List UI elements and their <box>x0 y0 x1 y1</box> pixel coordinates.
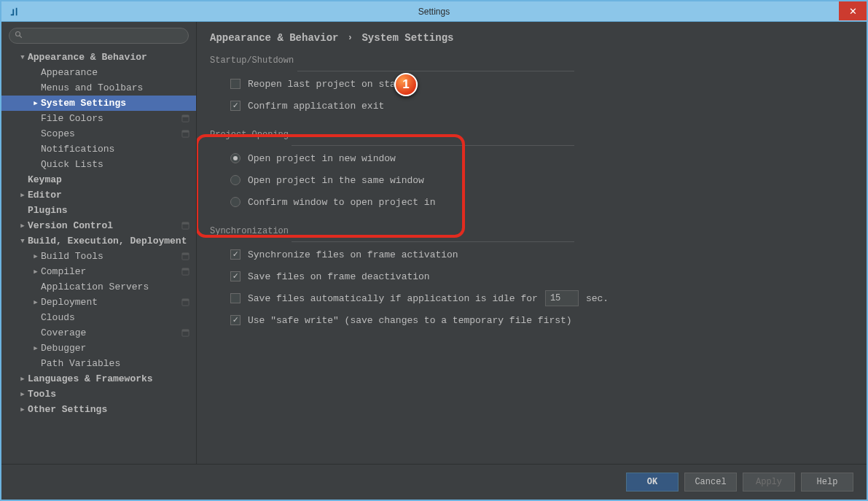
svg-rect-3 <box>181 115 188 117</box>
tree-item-label: Other Settings <box>28 404 190 415</box>
tree-item-menus-and-toolbars[interactable]: Menus and Toolbars <box>1 80 196 96</box>
tree-item-label: Version Control <box>28 220 180 231</box>
tree-item-label: Quick Lists <box>41 159 190 170</box>
project-scope-icon <box>180 267 190 277</box>
tree-item-languages-frameworks[interactable]: ▶Languages & Frameworks <box>1 371 196 387</box>
breadcrumb: Appearance & Behavior › System Settings <box>210 32 853 44</box>
tree-item-label: Path Variables <box>41 358 190 369</box>
reopen-last-project-checkbox[interactable] <box>230 79 241 89</box>
apply-button[interactable]: Apply <box>743 473 795 492</box>
project-scope-icon <box>180 129 190 139</box>
autosave-checkbox[interactable] <box>230 293 241 303</box>
tree-item-editor[interactable]: ▶Editor <box>1 187 196 203</box>
titlebar: Settings ✕ <box>1 1 867 22</box>
chevron-right-icon[interactable]: ▶ <box>31 344 41 352</box>
confirm-window-radio[interactable] <box>230 197 241 207</box>
confirm-exit-checkbox[interactable] <box>230 101 241 111</box>
tree-item-version-control[interactable]: ▶Version Control <box>1 218 196 233</box>
group-opening-title: Project Opening <box>210 130 294 140</box>
autosave-seconds-input[interactable] <box>545 290 579 306</box>
chevron-right-icon[interactable]: ▶ <box>17 222 28 230</box>
tree-item-label: Deployment <box>41 297 180 308</box>
tree-item-label: Build, Execution, Deployment <box>28 236 190 246</box>
breadcrumb-leaf: System Settings <box>361 32 453 44</box>
project-scope-icon <box>180 252 190 262</box>
group-startup-title: Startup/Shutdown <box>210 55 300 66</box>
group-sync-title: Synchronization <box>210 226 294 236</box>
open-new-window-radio[interactable] <box>230 153 241 163</box>
autosave-suffix: sec. <box>586 293 609 304</box>
confirm-exit-label: Confirm application exit <box>248 101 384 112</box>
safe-write-label: Use "safe write" (save changes to a temp… <box>248 315 572 326</box>
chevron-right-icon[interactable]: ▶ <box>31 252 41 260</box>
chevron-down-icon[interactable]: ▼ <box>17 54 28 61</box>
sync-frame-checkbox[interactable] <box>230 249 241 260</box>
sidebar: ▼Appearance & BehaviorAppearanceMenus an… <box>1 22 197 464</box>
tree-item-appearance-behavior[interactable]: ▼Appearance & Behavior <box>1 50 196 65</box>
save-deact-checkbox[interactable] <box>230 271 241 281</box>
dialog-footer: OK Cancel Apply Help <box>1 464 867 500</box>
svg-rect-5 <box>181 131 188 133</box>
svg-rect-7 <box>181 222 188 225</box>
tree-item-scopes[interactable]: Scopes <box>1 126 196 141</box>
tree-item-label: Tools <box>28 389 190 400</box>
tree-item-clouds[interactable]: Clouds <box>1 310 196 325</box>
tree-item-application-servers[interactable]: Application Servers <box>1 279 196 295</box>
chevron-down-icon[interactable]: ▼ <box>17 238 28 245</box>
tree-item-deployment[interactable]: ▶Deployment <box>1 295 196 310</box>
open-same-window-radio[interactable] <box>230 175 241 185</box>
settings-tree: ▼Appearance & BehaviorAppearanceMenus an… <box>1 50 196 417</box>
tree-item-debugger[interactable]: ▶Debugger <box>1 341 196 356</box>
svg-rect-15 <box>181 330 188 332</box>
tree-item-label: Compiler <box>41 266 180 277</box>
group-synchronization: Synchronization Synchronize files on fra… <box>210 226 853 331</box>
main-panel: Appearance & Behavior › System Settings … <box>197 22 867 464</box>
tree-item-path-variables[interactable]: Path Variables <box>1 356 196 371</box>
tree-item-other-settings[interactable]: ▶Other Settings <box>1 402 196 417</box>
tree-item-label: Plugins <box>28 205 190 216</box>
chevron-right-icon[interactable]: ▶ <box>31 99 41 107</box>
project-scope-icon <box>180 221 190 231</box>
close-button[interactable]: ✕ <box>839 1 867 20</box>
tree-item-build-execution-deployment[interactable]: ▼Build, Execution, Deployment <box>1 233 196 249</box>
tree-item-label: Scopes <box>41 128 180 139</box>
help-button[interactable]: Help <box>801 473 853 492</box>
tree-item-coverage[interactable]: Coverage <box>1 325 196 341</box>
app-icon <box>6 3 23 20</box>
safe-write-checkbox[interactable] <box>230 315 241 325</box>
search-input[interactable] <box>9 28 189 44</box>
project-scope-icon <box>180 114 190 124</box>
open-new-window-label: Open project in new window <box>248 153 396 164</box>
tree-item-plugins[interactable]: Plugins <box>1 203 196 218</box>
chevron-right-icon[interactable]: ▶ <box>17 191 28 199</box>
tree-item-label: Keymap <box>28 174 190 185</box>
chevron-right-icon[interactable]: ▶ <box>17 390 28 398</box>
group-startup: Startup/Shutdown Reopen last project on … <box>210 55 853 117</box>
project-scope-icon <box>180 298 190 308</box>
tree-item-label: Appearance <box>41 67 190 78</box>
sync-frame-label: Synchronize files on frame activation <box>248 249 458 260</box>
tree-item-label: Notifications <box>41 144 190 155</box>
tree-item-label: File Colors <box>41 113 180 124</box>
chevron-right-icon[interactable]: ▶ <box>17 405 28 413</box>
chevron-right-icon[interactable]: ▶ <box>31 298 41 306</box>
tree-item-label: Languages & Frameworks <box>28 373 190 384</box>
tree-item-label: Editor <box>28 190 190 201</box>
tree-item-appearance[interactable]: Appearance <box>1 65 196 80</box>
tree-item-keymap[interactable]: Keymap <box>1 172 196 187</box>
tree-item-file-colors[interactable]: File Colors <box>1 111 196 126</box>
breadcrumb-root: Appearance & Behavior <box>210 32 338 44</box>
chevron-right-icon[interactable]: ▶ <box>31 268 41 276</box>
tree-item-system-settings[interactable]: ▶System Settings <box>1 96 196 111</box>
tree-item-build-tools[interactable]: ▶Build Tools <box>1 249 196 264</box>
chevron-right-icon[interactable]: ▶ <box>17 375 28 383</box>
tree-item-notifications[interactable]: Notifications <box>1 141 196 157</box>
ok-button[interactable]: OK <box>626 473 679 492</box>
tree-item-tools[interactable]: ▶Tools <box>1 387 196 402</box>
cancel-button[interactable]: Cancel <box>684 473 737 492</box>
svg-rect-11 <box>181 268 188 271</box>
breadcrumb-sep: › <box>348 33 353 43</box>
project-scope-icon <box>180 328 190 338</box>
tree-item-compiler[interactable]: ▶Compiler <box>1 264 196 279</box>
tree-item-quick-lists[interactable]: Quick Lists <box>1 157 196 172</box>
